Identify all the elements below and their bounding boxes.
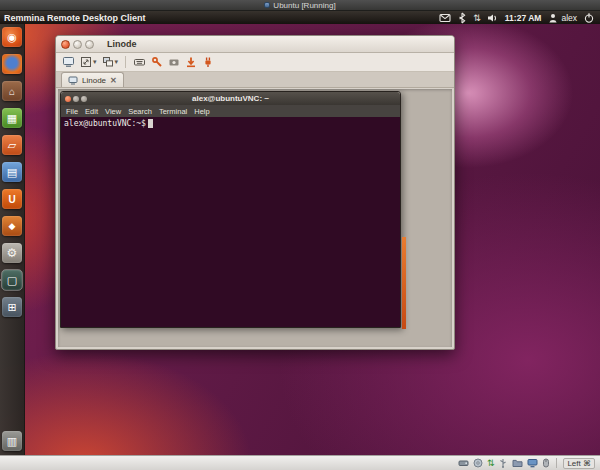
virtualbox-vm-window: Ubuntu [Running] Remmina Remote Desktop … [0,0,600,470]
tab-close-icon[interactable]: ✕ [110,76,117,85]
menu-search[interactable]: Search [128,107,152,116]
active-app-menu-title[interactable]: Remmina Remote Desktop Client [0,13,146,23]
menu-help[interactable]: Help [194,107,209,116]
import-icon[interactable] [185,55,197,70]
ubuntu-software-center-icon: ◆ [9,221,16,231]
libreoffice-impress-icon: ▱ [8,139,16,152]
terminal-title: alex@ubuntuVNC: ~ [61,94,400,103]
vm-window-titlebar[interactable]: Ubuntu [Running] [0,0,600,11]
launcher-item-ubuntu-software-center[interactable]: ◆ [2,216,22,236]
launcher-item-libreoffice-impress[interactable]: ▱ [2,135,22,155]
launcher-item-dash-home[interactable]: ◉ [2,27,22,47]
disconnect-plug-icon[interactable] [202,55,214,70]
vm-icon [264,2,270,8]
tab-label: Linode [82,76,106,85]
desktop-wallpaper[interactable]: Linode ▾ ▾ [0,24,600,455]
terminal-minimize-button[interactable] [73,96,79,102]
launcher-item-system-settings[interactable]: ⚙ [2,243,22,263]
bluetooth-indicator-icon[interactable] [457,12,467,24]
scale-icon[interactable] [102,55,114,70]
hdd-status-icon[interactable] [458,458,469,468]
screenshot-icon[interactable] [168,55,180,70]
workspace-switcher-icon: ⊞ [7,301,16,314]
terminal-maximize-button[interactable] [81,96,87,102]
launcher-item-libreoffice-calc[interactable]: ▦ [2,108,22,128]
network-status-icon[interactable]: ⇅ [487,458,495,468]
network-indicator-icon[interactable]: ⇅ [473,12,481,24]
running-indicator-arrow [0,277,1,283]
remmina-titlebar[interactable]: Linode [56,36,454,53]
keyboard-grab-icon[interactable] [133,55,146,70]
display-status-icon[interactable] [527,458,538,468]
mouse-integration-status-icon[interactable] [542,458,550,468]
cd-status-icon[interactable] [473,458,483,468]
terminal-window-controls [61,96,87,102]
power-menu-icon[interactable] [583,12,595,24]
remmina-window-title: Linode [107,39,137,49]
dash-home-icon: ◉ [7,31,17,44]
scale-menu-caret-icon[interactable]: ▾ [115,58,119,66]
launcher-item-firefox[interactable] [2,54,22,74]
tab-linode[interactable]: Linode ✕ [61,72,124,87]
trash-icon: ▥ [7,435,17,448]
launcher-item-workspace-switcher[interactable]: ⊞ [2,297,22,317]
shared-folder-status-icon[interactable] [512,458,523,468]
menu-view[interactable]: View [105,107,121,116]
libreoffice-calc-icon: ▦ [7,112,17,125]
launcher-item-remmina[interactable]: ▢ [2,270,22,290]
usb-status-icon[interactable] [498,458,508,468]
menu-edit[interactable]: Edit [85,107,98,116]
remote-session-viewport[interactable]: alex@ubuntuVNC: ~ File Edit View Search … [58,89,452,347]
remote-wallpaper-strip [402,237,406,329]
launcher-item-ubuntu-one[interactable]: U [2,189,22,209]
unity-launcher: ◉ ⌂ ▦ ▱ ▤ U ◆ ⚙ ▢ ⊞ [0,24,25,455]
libreoffice-writer-icon: ▤ [7,166,17,179]
terminal-cursor [148,119,153,128]
terminal-titlebar[interactable]: alex@ubuntuVNC: ~ [61,92,400,105]
preferences-wrench-icon[interactable] [151,55,163,70]
tab-monitor-icon [68,76,78,85]
vm-window-title: Ubuntu [Running] [273,1,335,10]
fullscreen-icon[interactable] [80,55,92,70]
remmina-window: Linode ▾ ▾ [55,35,455,350]
shell-prompt: alex@ubuntuVNC:~$ [64,119,146,128]
maximize-button[interactable] [85,40,94,49]
fullscreen-menu-caret-icon[interactable]: ▾ [93,58,97,66]
toolbar-separator [125,56,126,68]
remmina-toolbar: ▾ ▾ [56,53,454,72]
remote-terminal-window: alex@ubuntuVNC: ~ File Edit View Search … [60,91,401,328]
message-indicator-icon[interactable] [439,12,451,24]
remmina-tabbar: Linode ✕ [56,72,454,88]
terminal-menubar: File Edit View Search Terminal Help [61,105,400,117]
host-key-indicator: Left ⌘ [563,458,595,469]
statusbar-separator [556,458,557,468]
vbox-statusbar: ⇅ Left ⌘ [0,455,600,470]
system-settings-icon: ⚙ [7,246,18,260]
indicator-area: ⇅ 11:27 AM alex [439,12,600,24]
username-label: alex [561,13,577,23]
close-button[interactable] [61,40,70,49]
connection-monitor-icon[interactable] [62,55,75,70]
home-folder-icon: ⌂ [9,86,15,97]
launcher-item-libreoffice-writer[interactable]: ▤ [2,162,22,182]
user-menu[interactable]: alex [547,12,577,24]
launcher-item-home-folder[interactable]: ⌂ [2,81,22,101]
terminal-close-button[interactable] [65,96,71,102]
minimize-button[interactable] [73,40,82,49]
remmina-icon: ▢ [7,274,17,287]
window-controls [56,40,99,49]
menu-file[interactable]: File [66,107,78,116]
volume-indicator-icon[interactable] [487,12,499,24]
launcher-item-trash[interactable]: ▥ [2,431,22,451]
menu-terminal[interactable]: Terminal [159,107,187,116]
ubuntu-top-panel: Remmina Remote Desktop Client ⇅ 11:27 AM… [0,11,600,24]
ubuntu-one-icon: U [8,194,15,205]
terminal-output-area[interactable]: alex@ubuntuVNC:~$ [61,117,400,327]
clock-indicator[interactable]: 11:27 AM [505,13,542,23]
